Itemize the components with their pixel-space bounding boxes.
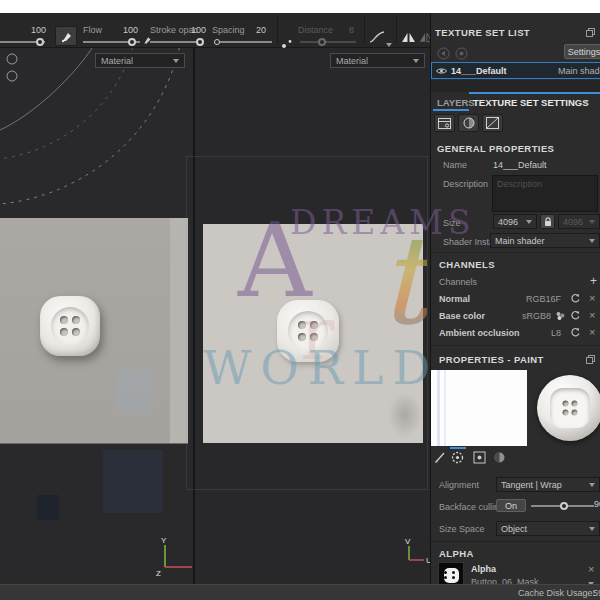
chevron-down-icon	[413, 59, 419, 63]
channels-title: CHANNELS	[439, 259, 495, 270]
backface-angle-value: 90	[594, 499, 600, 509]
chevron-down-icon	[173, 59, 179, 63]
spacing-slider-handle[interactable]	[214, 39, 220, 45]
size-space-dropdown[interactable]: Object	[496, 521, 600, 536]
texture-set-list-title: TEXTURE SET LIST	[435, 27, 530, 38]
alpha-resource-name[interactable]: Button_06_Mask	[471, 577, 539, 584]
channel-remove-icon[interactable]: ×	[589, 310, 595, 321]
backface-culling-toggle[interactable]: On	[496, 499, 526, 512]
material-dropdown-3d[interactable]: Material	[95, 53, 185, 68]
size-value: 100	[20, 25, 46, 35]
button-object-2d[interactable]	[277, 300, 339, 362]
tab-texture-set-settings[interactable]: TEXTURE SET SETTINGS	[473, 97, 589, 108]
brush-tool-button[interactable]	[55, 26, 77, 46]
shader-instance-dropdown[interactable]: Main shader	[490, 233, 600, 248]
alpha-thumbnail[interactable]	[438, 562, 464, 584]
viewport-3d[interactable]: Material Y X Z	[0, 48, 193, 584]
size-space-label: Size Space	[439, 524, 485, 534]
uv-plane-2d[interactable]	[203, 224, 423, 443]
backface-angle-handle[interactable]	[560, 502, 568, 510]
add-channel-button[interactable]: +	[590, 274, 597, 288]
settings-button-label: Settings	[568, 47, 600, 57]
toolbar-separator	[396, 16, 397, 44]
channel-format-dropdown[interactable]: sRGB8	[491, 311, 551, 321]
properties-paint-title: PROPERTIES - PAINT	[439, 354, 544, 365]
name-label: Name	[443, 160, 467, 170]
falloff-curve-icon[interactable]	[369, 30, 386, 44]
channel-format-dropdown[interactable]: RGB16F	[501, 294, 561, 304]
settings-button[interactable]: Settings	[564, 44, 600, 59]
crossed-rect-icon-button[interactable]	[482, 114, 503, 132]
tab-close-icon[interactable]: ×	[583, 97, 589, 108]
mesh-plane-3d[interactable]	[0, 218, 188, 443]
axis-y-label: Y	[161, 536, 167, 545]
texture-set-item[interactable]: 14___Default Main shader	[431, 62, 600, 79]
dotted-sphere-icon[interactable]	[451, 451, 464, 464]
shader-instance-value: Main shader	[495, 236, 545, 246]
panel-gap	[431, 80, 600, 92]
button-object-3d[interactable]	[40, 296, 100, 356]
flow-value: 100	[112, 25, 138, 35]
flow-slider-handle[interactable]	[128, 38, 136, 46]
panel-window-icon[interactable]	[586, 355, 595, 364]
active-tab-indicator	[469, 92, 600, 94]
size-dropdown[interactable]: 4096	[493, 214, 537, 229]
description-field[interactable]: Description	[492, 175, 598, 212]
history-back-icon[interactable]	[437, 47, 450, 60]
material-dropdown-2d[interactable]: Material	[330, 53, 425, 68]
name-value[interactable]: 14___Default	[493, 160, 547, 170]
material-dropdown-3d-value: Material	[101, 56, 133, 66]
divider	[431, 541, 600, 542]
layers-tab-underline	[433, 109, 469, 111]
cache-disk-usage-value: 59% | Ve	[593, 588, 600, 598]
plane-edge-highlight	[170, 218, 188, 443]
axis-gizmo-2d: V U	[395, 536, 430, 576]
symmetry-icon[interactable]	[401, 31, 416, 43]
channel-format-dropdown[interactable]: L8	[501, 328, 561, 338]
falloff-chevron-icon[interactable]	[386, 43, 392, 47]
backface-culling-label: Backface culling	[439, 502, 504, 512]
stroke-opacity-value: 100	[180, 25, 206, 35]
tab-layers[interactable]: LAYERS	[437, 97, 475, 108]
channel-reset-icon[interactable]	[570, 293, 581, 304]
flow-brush-icon	[142, 35, 152, 45]
alignment-dropdown[interactable]: Tangent | Wrap	[496, 477, 600, 492]
brush-toolbar: 100 Flow 100 Stroke opac 100 Spacing 20	[0, 13, 430, 48]
material-sphere-preview[interactable]	[537, 375, 600, 441]
size-height-dropdown: 4096	[558, 214, 600, 229]
viewport-2d[interactable]: Material V U	[195, 48, 430, 584]
channel-remove-icon[interactable]: ×	[589, 327, 595, 338]
chevron-down-icon	[526, 220, 532, 224]
sphere-mode-icon[interactable]	[493, 451, 506, 464]
size-lock-button[interactable]	[540, 214, 555, 229]
pen-tool-icon[interactable]	[434, 451, 447, 464]
toolbar-separator	[364, 16, 365, 44]
eye-icon[interactable]	[436, 67, 447, 75]
spacing-slider[interactable]	[215, 41, 272, 43]
spacing-value: 20	[242, 25, 266, 35]
texture-set-shader: Main shader	[558, 66, 600, 76]
channel-reset-icon[interactable]	[570, 310, 581, 321]
alpha-remove-icon[interactable]: ×	[588, 564, 594, 575]
watermark-patch	[103, 450, 163, 513]
distance-label: Distance	[298, 25, 333, 35]
stroke-opacity-slider-handle[interactable]	[196, 38, 204, 46]
sphere-view-icon-button[interactable]	[458, 114, 479, 132]
table-icon	[438, 118, 451, 129]
spacing-label: Spacing	[212, 25, 245, 35]
palette-icon[interactable]	[555, 310, 566, 321]
axis-gizmo-3d: Y X Z	[150, 533, 193, 583]
size-slider-handle[interactable]	[36, 38, 44, 46]
texture-set-name: 14___Default	[451, 66, 507, 76]
texture-set-settings-icon-button[interactable]	[434, 114, 455, 132]
channel-reset-icon[interactable]	[570, 327, 581, 338]
visibility-icon[interactable]	[455, 47, 468, 60]
channel-remove-icon[interactable]: ×	[589, 293, 595, 304]
divider	[431, 345, 600, 346]
panel-window-icon[interactable]	[586, 28, 595, 37]
alignment-value: Tangent | Wrap	[501, 480, 562, 490]
stamp-square-icon[interactable]	[473, 451, 486, 464]
color-swatch-preview[interactable]	[431, 370, 527, 446]
channel-name: Base color	[439, 311, 485, 321]
active-paint-mode-indicator	[450, 447, 466, 449]
